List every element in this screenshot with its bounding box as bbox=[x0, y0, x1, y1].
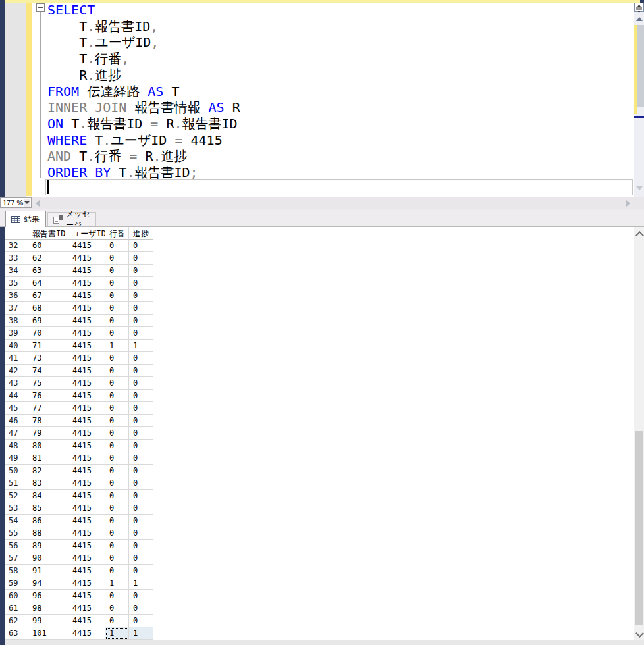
grid-cell[interactable]: 0 bbox=[105, 302, 129, 315]
tab-messages[interactable]: メッセージ bbox=[47, 212, 96, 226]
code-line[interactable]: T.行番, bbox=[32, 51, 644, 67]
grid-cell[interactable]: 0 bbox=[105, 465, 129, 477]
grid-cell[interactable]: 64 bbox=[28, 277, 68, 290]
grid-cell[interactable]: 4415 bbox=[68, 527, 105, 540]
grid-cell[interactable]: 0 bbox=[129, 465, 153, 477]
grid-cell[interactable]: 4415 bbox=[68, 240, 105, 252]
grid-column-header[interactable]: 報告書ID bbox=[28, 227, 68, 240]
code-line[interactable]: R.進捗 bbox=[32, 67, 644, 84]
grid-cell[interactable]: 0 bbox=[105, 415, 129, 427]
grid-cell[interactable]: 70 bbox=[28, 327, 68, 340]
grid-cell[interactable]: 4415 bbox=[68, 615, 105, 627]
row-header-cell[interactable]: 51 bbox=[5, 477, 28, 490]
grid-cell[interactable]: 4415 bbox=[68, 265, 105, 277]
grid-cell[interactable]: 0 bbox=[105, 490, 129, 502]
grid-cell[interactable]: 83 bbox=[28, 477, 68, 490]
row-header-cell[interactable]: 39 bbox=[5, 327, 28, 340]
grid-cell[interactable]: 0 bbox=[105, 540, 129, 552]
grid-cell[interactable]: 4415 bbox=[68, 427, 105, 440]
grid-cell[interactable]: 82 bbox=[28, 465, 68, 477]
grid-cell[interactable]: 81 bbox=[28, 452, 68, 465]
row-header-cell[interactable]: 56 bbox=[5, 540, 28, 552]
grid-cell[interactable]: 0 bbox=[105, 265, 129, 277]
grid-cell[interactable]: 0 bbox=[129, 540, 153, 552]
grid-cell[interactable]: 63 bbox=[28, 265, 68, 277]
row-header-cell[interactable]: 45 bbox=[5, 402, 28, 415]
grid-cell[interactable]: 4415 bbox=[68, 490, 105, 502]
grid-cell[interactable]: 89 bbox=[28, 540, 68, 552]
row-header-cell[interactable]: 52 bbox=[5, 490, 28, 502]
grid-cell[interactable]: 0 bbox=[105, 527, 129, 540]
grid-cell[interactable]: 1 bbox=[105, 577, 129, 590]
grid-cell[interactable]: 4415 bbox=[68, 402, 105, 415]
grid-cell[interactable]: 0 bbox=[129, 477, 153, 490]
grid-cell[interactable]: 4415 bbox=[68, 252, 105, 265]
grid-cell[interactable]: 0 bbox=[129, 452, 153, 465]
row-header-cell[interactable]: 32 bbox=[5, 240, 28, 252]
row-header-cell[interactable]: 59 bbox=[5, 577, 28, 590]
grid-cell[interactable]: 4415 bbox=[68, 340, 105, 352]
editor-scroll-up-button[interactable] bbox=[636, 17, 643, 21]
grid-cell[interactable]: 0 bbox=[105, 615, 129, 627]
grid-cell[interactable]: 78 bbox=[28, 415, 68, 427]
grid-cell[interactable]: 0 bbox=[129, 415, 153, 427]
grid-cell[interactable]: 0 bbox=[129, 527, 153, 540]
grid-cell[interactable]: 0 bbox=[129, 365, 153, 377]
grid-cell[interactable]: 85 bbox=[28, 502, 68, 515]
grid-cell[interactable]: 0 bbox=[129, 302, 153, 315]
row-header-cell[interactable]: 63 bbox=[5, 627, 28, 640]
grid-cell[interactable]: 0 bbox=[105, 352, 129, 365]
grid-cell[interactable]: 0 bbox=[105, 390, 129, 402]
grid-cell[interactable]: 0 bbox=[105, 440, 129, 452]
grid-cell[interactable]: 68 bbox=[28, 302, 68, 315]
grid-column-header[interactable]: 行番 bbox=[105, 227, 129, 240]
grid-cell[interactable]: 0 bbox=[105, 277, 129, 290]
grid-cell[interactable]: 69 bbox=[28, 315, 68, 327]
grid-cell[interactable]: 0 bbox=[105, 602, 129, 615]
grid-cell[interactable]: 4415 bbox=[68, 390, 105, 402]
grid-cell[interactable]: 0 bbox=[105, 565, 129, 577]
grid-cell[interactable]: 71 bbox=[28, 340, 68, 352]
grid-cell[interactable]: 0 bbox=[105, 552, 129, 565]
row-header-cell[interactable]: 40 bbox=[5, 340, 28, 352]
grid-cell[interactable]: 0 bbox=[129, 565, 153, 577]
grid-cell[interactable]: 0 bbox=[129, 277, 153, 290]
row-header-cell[interactable]: 47 bbox=[5, 427, 28, 440]
zoom-dropdown-arrow-icon[interactable] bbox=[24, 199, 30, 207]
grid-cell[interactable]: 0 bbox=[129, 377, 153, 390]
grid-cell[interactable]: 1 bbox=[129, 340, 153, 352]
row-header-cell[interactable]: 34 bbox=[5, 265, 28, 277]
grid-cell[interactable]: 4415 bbox=[68, 502, 105, 515]
editor-scroll-down-button[interactable] bbox=[636, 186, 643, 190]
grid-cell[interactable]: 0 bbox=[129, 290, 153, 302]
grid-cell[interactable]: 99 bbox=[28, 615, 68, 627]
grid-cell[interactable]: 4415 bbox=[68, 440, 105, 452]
row-header-cell[interactable]: 44 bbox=[5, 390, 28, 402]
grid-cell[interactable]: 4415 bbox=[68, 352, 105, 365]
grid-scrollbar-thumb[interactable] bbox=[635, 431, 643, 625]
grid-cell[interactable]: 4415 bbox=[68, 365, 105, 377]
grid-cell[interactable]: 74 bbox=[28, 365, 68, 377]
grid-cell[interactable]: 0 bbox=[129, 515, 153, 527]
grid-cell[interactable]: 0 bbox=[129, 390, 153, 402]
editor-scroll-left-button[interactable] bbox=[36, 200, 40, 207]
row-header-cell[interactable]: 48 bbox=[5, 440, 28, 452]
grid-cell[interactable]: 4415 bbox=[68, 540, 105, 552]
row-header-cell[interactable]: 61 bbox=[5, 602, 28, 615]
tab-results[interactable]: 結果 bbox=[5, 211, 46, 227]
grid-cell[interactable]: 84 bbox=[28, 490, 68, 502]
row-header-cell[interactable]: 60 bbox=[5, 590, 28, 602]
grid-cell[interactable]: 60 bbox=[28, 240, 68, 252]
grid-cell[interactable]: 88 bbox=[28, 527, 68, 540]
grid-cell[interactable]: 4415 bbox=[68, 302, 105, 315]
row-header-cell[interactable]: 36 bbox=[5, 290, 28, 302]
grid-cell[interactable]: 91 bbox=[28, 565, 68, 577]
code-line[interactable]: ON T.報告書ID = R.報告書ID bbox=[32, 116, 644, 132]
grid-cell[interactable]: 0 bbox=[105, 315, 129, 327]
code-line[interactable]: WHERE T.ユーザID = 4415 bbox=[32, 132, 644, 149]
grid-cell[interactable]: 1 bbox=[129, 577, 153, 590]
grid-cell[interactable]: 0 bbox=[105, 327, 129, 340]
code-line[interactable]: AND T.行番 = R.進捗 bbox=[32, 148, 644, 165]
grid-cell[interactable]: 0 bbox=[105, 590, 129, 602]
row-header-cell[interactable]: 43 bbox=[5, 377, 28, 390]
